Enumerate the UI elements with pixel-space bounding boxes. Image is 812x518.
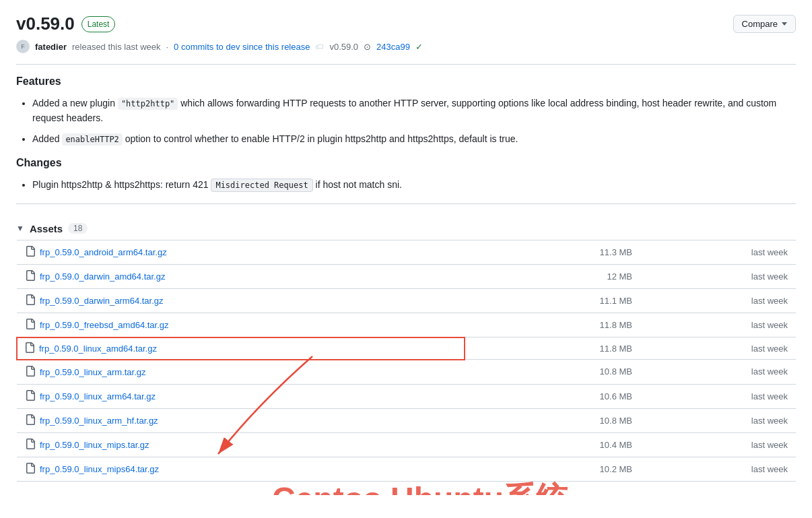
file-icon (25, 246, 36, 259)
compare-label: Compare (742, 19, 778, 29)
asset-size: 11.3 MB (465, 240, 648, 264)
tag-icon: 🏷 (315, 42, 324, 52)
asset-name-cell: frp_0.59.0_linux_arm.tar.gz (25, 366, 456, 379)
asset-date: last week (648, 264, 796, 288)
features-section: Features Added a new plugin "http2http" … (16, 75, 796, 146)
assets-count: 18 (68, 223, 88, 234)
divider (16, 64, 796, 65)
file-icon (25, 366, 36, 379)
asset-link[interactable]: frp_0.59.0_linux_amd64.tar.gz (39, 344, 157, 354)
asset-name-cell: frp_0.59.0_darwin_arm64.tar.gz (25, 294, 456, 307)
asset-size: 11.8 MB (465, 337, 648, 360)
asset-row: frp_0.59.0_linux_arm.tar.gz 10.8 MB last… (17, 360, 796, 385)
assets-table: frp_0.59.0_android_arm64.tar.gz 11.3 MB … (16, 240, 796, 482)
asset-size: 10.4 MB (465, 432, 648, 457)
asset-name-cell: frp_0.59.0_linux_mips.tar.gz (25, 439, 456, 451)
commits-link[interactable]: 0 commits to dev since this release (174, 42, 310, 52)
asset-date: last week (648, 408, 796, 432)
asset-row: frp_0.59.0_linux_mips64.tar.gz 10.2 MB l… (17, 457, 796, 481)
asset-size: 10.8 MB (465, 408, 648, 432)
asset-date: last week (648, 457, 796, 481)
asset-link[interactable]: frp_0.59.0_freebsd_amd64.tar.gz (40, 320, 169, 330)
asset-name-cell: frp_0.59.0_linux_arm_hf.tar.gz (25, 414, 456, 427)
asset-link[interactable]: frp_0.59.0_linux_mips64.tar.gz (40, 464, 159, 474)
file-icon (25, 294, 36, 307)
latest-badge: Latest (81, 16, 116, 32)
release-body: Features Added a new plugin "http2http" … (16, 75, 796, 193)
check-icon: ✓ (415, 42, 423, 52)
asset-date: last week (648, 337, 796, 360)
page-header: v0.59.0 Latest Compare (16, 13, 796, 34)
version-text: v0.59.0 (16, 13, 75, 34)
asset-row: frp_0.59.0_linux_arm_hf.tar.gz 10.8 MB l… (17, 408, 796, 432)
file-icon (25, 463, 36, 476)
changes-list: Plugin https2http & https2https: return … (16, 177, 796, 192)
file-icon (24, 342, 35, 355)
asset-row: frp_0.59.0_linux_mips.tar.gz 10.4 MB las… (17, 432, 796, 457)
commits-count: 0 (174, 42, 178, 52)
asset-name-cell: frp_0.59.0_linux_mips64.tar.gz (25, 463, 456, 476)
version-heading: v0.59.0 Latest (16, 13, 115, 34)
asset-name-cell: frp_0.59.0_darwin_amd64.tar.gz (25, 270, 456, 283)
asset-link[interactable]: frp_0.59.0_android_arm64.tar.gz (40, 247, 167, 257)
asset-date: last week (648, 288, 796, 313)
features-title: Features (16, 75, 796, 88)
changes-title: Changes (16, 157, 796, 169)
features-list: Added a new plugin "http2http" which all… (16, 96, 796, 146)
asset-link[interactable]: frp_0.59.0_linux_arm_hf.tar.gz (40, 416, 158, 426)
asset-link[interactable]: frp_0.59.0_darwin_amd64.tar.gz (40, 271, 165, 282)
feature-item-1: Added a new plugin "http2http" which all… (32, 96, 796, 126)
release-time: released this last week (72, 42, 161, 52)
asset-link[interactable]: frp_0.59.0_linux_arm.tar.gz (40, 367, 146, 377)
file-icon (25, 439, 36, 451)
compare-button[interactable]: Compare (733, 15, 796, 33)
asset-name-cell: frp_0.59.0_linux_amd64.tar.gz (24, 342, 457, 355)
asset-size: 12 MB (465, 264, 648, 288)
asset-link[interactable]: frp_0.59.0_darwin_arm64.tar.gz (40, 296, 164, 306)
asset-date: last week (648, 313, 796, 337)
file-icon (25, 319, 36, 331)
asset-name-cell: frp_0.59.0_freebsd_amd64.tar.gz (25, 319, 456, 331)
assets-title: Assets (30, 223, 63, 234)
asset-row: frp_0.59.0_darwin_arm64.tar.gz 11.1 MB l… (17, 288, 796, 313)
author-link[interactable]: fatedier (35, 42, 67, 52)
asset-name-cell: frp_0.59.0_android_arm64.tar.gz (25, 246, 456, 259)
plugin-name-code: "http2http" (118, 98, 178, 110)
divider-2 (16, 203, 796, 204)
asset-link[interactable]: frp_0.59.0_linux_arm64.tar.gz (40, 391, 156, 401)
commit-hash-link[interactable]: 243ca99 (376, 42, 410, 52)
assets-header: ▼ Assets 18 (16, 215, 796, 240)
asset-row: frp_0.59.0_freebsd_amd64.tar.gz 11.8 MB … (17, 313, 796, 337)
asset-date: last week (648, 384, 796, 408)
assets-toggle-icon[interactable]: ▼ (16, 224, 24, 233)
asset-size: 10.8 MB (465, 360, 648, 385)
asset-size: 10.2 MB (465, 457, 648, 481)
asset-row: frp_0.59.0_linux_amd64.tar.gz 11.8 MB la… (17, 337, 796, 360)
asset-size: 11.8 MB (465, 313, 648, 337)
changes-section: Changes Plugin https2http & https2https:… (16, 157, 796, 192)
asset-size: 10.6 MB (465, 384, 648, 408)
file-icon (25, 414, 36, 427)
asset-row: frp_0.59.0_linux_arm64.tar.gz 10.6 MB la… (17, 384, 796, 408)
tag-ref: v0.59.0 (329, 42, 358, 52)
misdirected-code: Misdirected Request (211, 179, 312, 192)
release-meta: F fatedier released this last week · 0 c… (16, 40, 796, 53)
file-icon (25, 270, 36, 283)
enablehttp2-code: enableHTTP2 (62, 133, 122, 145)
assets-section: ▼ Assets 18 Centos,Ubuntu系统 frp_0.59.0_a… (16, 215, 796, 482)
asset-date: last week (648, 432, 796, 457)
asset-row: frp_0.59.0_android_arm64.tar.gz 11.3 MB … (17, 240, 796, 264)
asset-date: last week (648, 360, 796, 385)
change-item-1: Plugin https2http & https2https: return … (32, 177, 796, 192)
asset-row: frp_0.59.0_darwin_amd64.tar.gz 12 MB las… (17, 264, 796, 288)
asset-date: last week (648, 240, 796, 264)
asset-link[interactable]: frp_0.59.0_linux_mips.tar.gz (40, 440, 149, 450)
file-icon (25, 390, 36, 403)
commits-label-text: commits to dev since this release (181, 42, 310, 52)
feature-item-2: Added enableHTTP2 option to control whet… (32, 131, 796, 146)
asset-name-cell: frp_0.59.0_linux_arm64.tar.gz (25, 390, 456, 403)
asset-size: 11.1 MB (465, 288, 648, 313)
commit-icon: ⊙ (364, 42, 371, 52)
chevron-down-icon (782, 22, 787, 26)
separator: · (166, 42, 168, 52)
